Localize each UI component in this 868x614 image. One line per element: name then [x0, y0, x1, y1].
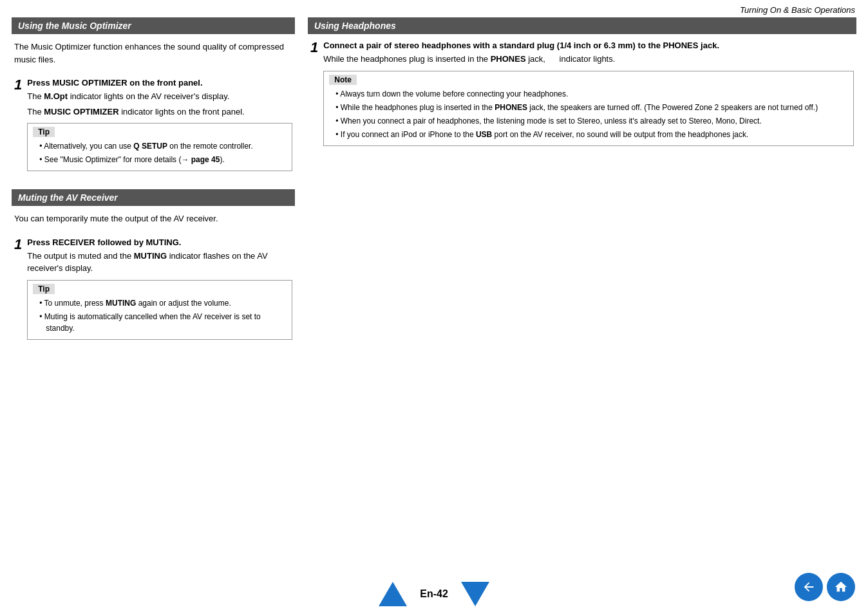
music-optimizer-title: Using the Music Optimizer — [18, 21, 131, 31]
usb-keyword: USB — [476, 130, 492, 139]
note-item-4: If you connect an iPod or iPhone to the … — [335, 129, 848, 140]
muting-intro: You can temporarily mute the output of t… — [14, 212, 292, 225]
back-button[interactable] — [795, 573, 823, 601]
muting-header: Muting the AV Receiver — [12, 189, 295, 206]
headphones-step-number: 1 — [310, 41, 318, 55]
tip-box-1: Tip Alternatively, you can use Q SETUP o… — [27, 123, 292, 171]
step-number-1: 1 — [14, 78, 22, 92]
headphones-header: Using Headphones — [308, 17, 856, 34]
right-column: Using Headphones 1 Connect a pair of ste… — [308, 17, 856, 358]
page45-link[interactable]: → page 45 — [181, 155, 220, 164]
music-optimizer-header: Using the Music Optimizer — [12, 17, 295, 34]
tip-label-1: Tip — [33, 127, 55, 137]
muting-tip-item-2: Muting is automatically cancelled when t… — [39, 311, 287, 334]
muting-step-number: 1 — [14, 237, 22, 252]
phones-keyword: PHONES — [663, 41, 699, 50]
phones-keyword3: PHONES — [495, 103, 527, 112]
headphones-step-title: Connect a pair of stereo headphones with… — [323, 41, 854, 50]
receiver-keyword: RECEIVER — [52, 237, 95, 247]
page-header: Turning On & Basic Operations — [0, 0, 868, 17]
home-button[interactable] — [827, 573, 855, 601]
step1-title: Press MUSIC OPTIMIZER on the front panel… — [27, 78, 292, 88]
left-column: Using the Music Optimizer The Music Opti… — [12, 17, 295, 358]
tip-box-2: Tip To unmute, press MUTING again or adj… — [27, 280, 292, 340]
muting-step-desc: The output is muted and the MUTING indic… — [27, 250, 292, 275]
headphones-body: 1 Connect a pair of stereo headphones wi… — [308, 41, 856, 151]
tip-label-2: Tip — [33, 284, 55, 294]
music-optimizer-keyword: MUSIC OPTIMIZER — [52, 78, 127, 88]
music-optimizer-section: Using the Music Optimizer The Music Opti… — [12, 17, 295, 176]
headphones-step-desc: While the headphones plug is inserted in… — [323, 53, 854, 66]
footer-right-icons — [795, 573, 855, 601]
mopt-keyword: M.Opt — [44, 91, 68, 101]
music-optimizer-intro: The Music Optimizer function enhances th… — [14, 41, 292, 66]
home-icon — [834, 580, 848, 594]
note-item-1: Always turn down the volume before conne… — [335, 88, 848, 100]
qsetup-keyword: Q SETUP — [133, 142, 167, 151]
headphones-title: Using Headphones — [314, 21, 396, 31]
music-optimizer-step1: 1 Press MUSIC OPTIMIZER on the front pan… — [14, 78, 292, 176]
muting-step-content: Press RECEIVER followed by MUTING. The o… — [27, 237, 292, 345]
prev-page-button[interactable] — [379, 582, 407, 606]
muting-title: Muting the AV Receiver — [18, 192, 118, 203]
music-optimizer-keyword2: MUSIC OPTIMIZER — [44, 107, 118, 116]
phones-keyword2: PHONES — [491, 54, 526, 64]
page-footer: En-42 — [0, 582, 868, 606]
next-page-button[interactable] — [461, 582, 489, 606]
muting-tip-item-1: To unmute, press MUTING again or adjust … — [39, 297, 287, 309]
muting-keyword: MUTING. — [146, 237, 182, 247]
music-optimizer-body: The Music Optimizer function enhances th… — [12, 41, 295, 176]
muting-body: You can temporarily mute the output of t… — [12, 212, 295, 345]
muting-keyword2: MUTING — [106, 299, 136, 308]
note-box-1: Note Always turn down the volume before … — [323, 71, 854, 146]
back-icon — [802, 580, 816, 594]
header-title: Turning On & Basic Operations — [740, 5, 855, 15]
footer-nav: En-42 — [379, 582, 489, 606]
headphones-step-content: Connect a pair of stereo headphones with… — [323, 41, 854, 151]
note-item-3: When you connect a pair of headphones, t… — [335, 115, 848, 127]
headphones-section: Using Headphones 1 Connect a pair of ste… — [308, 17, 856, 151]
step1-content: Press MUSIC OPTIMIZER on the front panel… — [27, 78, 292, 176]
headphones-step1: 1 Connect a pair of stereo headphones wi… — [310, 41, 854, 151]
step1-desc1: The M.Opt indicator lights on the AV rec… — [27, 90, 292, 103]
note-label-1: Note — [329, 75, 357, 85]
muting-section: Muting the AV Receiver You can temporari… — [12, 189, 295, 345]
muting-step1: 1 Press RECEIVER followed by MUTING. The… — [14, 237, 292, 345]
muting-step-title: Press RECEIVER followed by MUTING. — [27, 237, 292, 247]
muting-indicator-keyword: MUTING — [134, 251, 167, 261]
tip-item-1: Alternatively, you can use Q SETUP on th… — [39, 140, 287, 152]
note-item-2: While the headphones plug is inserted in… — [335, 102, 848, 113]
step1-desc2: The MUSIC OPTIMIZER indicator lights on … — [27, 106, 292, 118]
tip-item-2: See "Music Optimizer" for more details (… — [39, 154, 287, 165]
page-number-label: En-42 — [412, 588, 456, 600]
